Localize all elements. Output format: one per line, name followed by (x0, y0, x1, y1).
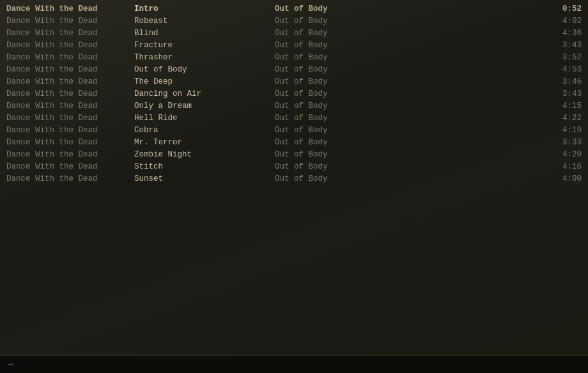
header-title: Intro (134, 4, 275, 13)
track-duration: 3:52 (543, 53, 582, 62)
track-title: Mr. Terror (134, 138, 275, 147)
track-duration: 3:33 (543, 138, 582, 147)
track-album: Out of Body (275, 65, 543, 74)
track-artist: Dance With the Dead (6, 65, 134, 74)
track-artist: Dance With the Dead (6, 126, 134, 135)
track-duration: 4:02 (543, 17, 582, 26)
track-album: Out of Body (275, 102, 543, 110)
track-album: Out of Body (275, 114, 543, 123)
arrow-icon: → (8, 360, 13, 369)
track-title: Out of Body (134, 65, 275, 74)
table-row[interactable]: Dance With the DeadThrasherOut of Body3:… (0, 51, 588, 63)
table-row[interactable]: Dance With the DeadRobeastOut of Body4:0… (0, 15, 588, 27)
track-title: Blind (134, 29, 275, 38)
track-title: Fracture (134, 41, 275, 50)
track-album: Out of Body (275, 162, 543, 171)
track-duration: 4:00 (543, 174, 582, 183)
track-duration: 4:19 (543, 126, 582, 135)
track-duration: 4:29 (543, 150, 582, 159)
bottom-bar: → (0, 355, 588, 373)
track-artist: Dance With the Dead (6, 138, 134, 147)
track-artist: Dance With the Dead (6, 162, 134, 171)
track-duration: 4:36 (543, 29, 582, 38)
track-album: Out of Body (275, 41, 543, 50)
table-row[interactable]: Dance With the DeadBlindOut of Body4:36 (0, 27, 588, 39)
track-title: Zombie Night (134, 150, 275, 159)
track-duration: 4:53 (543, 65, 582, 74)
track-album: Out of Body (275, 150, 543, 159)
track-list: Dance With the Dead Intro Out of Body 0:… (0, 0, 588, 187)
track-artist: Dance With the Dead (6, 53, 134, 62)
track-artist: Dance With the Dead (6, 41, 134, 50)
track-title: The Deep (134, 77, 275, 86)
track-artist: Dance With the Dead (6, 102, 134, 110)
track-duration: 4:15 (543, 102, 582, 110)
table-row[interactable]: Dance With the DeadCobraOut of Body4:19 (0, 124, 588, 136)
track-artist: Dance With the Dead (6, 114, 134, 123)
track-album: Out of Body (275, 53, 543, 62)
track-album: Out of Body (275, 89, 543, 98)
track-artist: Dance With the Dead (6, 89, 134, 98)
table-row[interactable]: Dance With the DeadOut of BodyOut of Bod… (0, 63, 588, 75)
track-list-header: Dance With the Dead Intro Out of Body 0:… (0, 3, 588, 15)
track-artist: Dance With the Dead (6, 174, 134, 183)
track-title: Stitch (134, 162, 275, 171)
table-row[interactable]: Dance With the DeadMr. TerrorOut of Body… (0, 136, 588, 148)
track-duration: 4:22 (543, 114, 582, 123)
track-artist: Dance With the Dead (6, 77, 134, 86)
table-row[interactable]: Dance With the DeadThe DeepOut of Body3:… (0, 75, 588, 88)
track-album: Out of Body (275, 29, 543, 38)
track-album: Out of Body (275, 17, 543, 26)
track-title: Only a Dream (134, 102, 275, 110)
track-artist: Dance With the Dead (6, 17, 134, 26)
track-duration: 3:46 (543, 77, 582, 86)
header-artist: Dance With the Dead (6, 4, 134, 13)
header-album: Out of Body (275, 4, 543, 13)
track-album: Out of Body (275, 126, 543, 135)
track-album: Out of Body (275, 174, 543, 183)
track-album: Out of Body (275, 77, 543, 86)
table-row[interactable]: Dance With the DeadStitchOut of Body4:16 (0, 160, 588, 172)
track-duration: 4:16 (543, 162, 582, 171)
table-row[interactable]: Dance With the DeadHell RideOut of Body4… (0, 112, 588, 124)
header-duration: 0:52 (543, 4, 582, 13)
track-artist: Dance With the Dead (6, 150, 134, 159)
track-title: Thrasher (134, 53, 275, 62)
track-duration: 3:43 (543, 89, 582, 98)
track-title: Hell Ride (134, 114, 275, 123)
table-row[interactable]: Dance With the DeadDancing on AirOut of … (0, 88, 588, 100)
table-row[interactable]: Dance With the DeadOnly a DreamOut of Bo… (0, 100, 588, 112)
table-row[interactable]: Dance With the DeadZombie NightOut of Bo… (0, 148, 588, 160)
track-title: Sunset (134, 174, 275, 183)
track-duration: 3:43 (543, 41, 582, 50)
track-title: Dancing on Air (134, 89, 275, 98)
table-row[interactable]: Dance With the DeadSunsetOut of Body4:00 (0, 172, 588, 185)
track-artist: Dance With the Dead (6, 29, 134, 38)
track-title: Robeast (134, 17, 275, 26)
track-album: Out of Body (275, 138, 543, 147)
track-title: Cobra (134, 126, 275, 135)
table-row[interactable]: Dance With the DeadFractureOut of Body3:… (0, 39, 588, 51)
